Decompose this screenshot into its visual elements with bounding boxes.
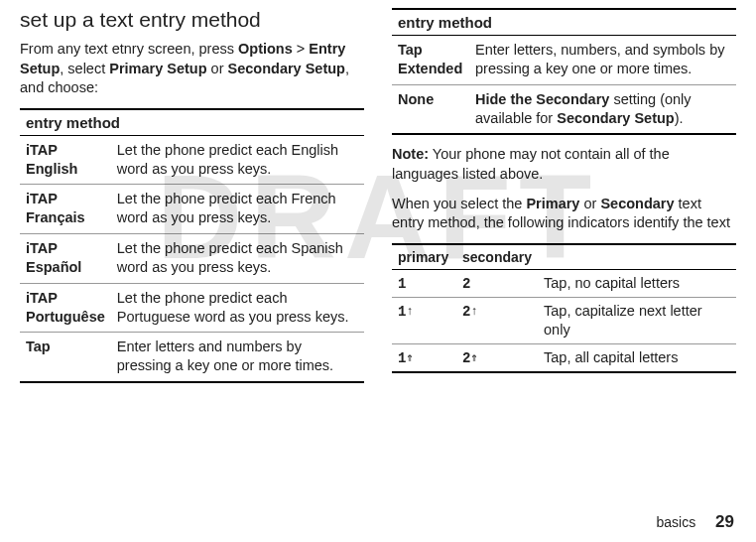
text: , select [60, 61, 109, 76]
primary-setup-label: Primary Setup [109, 61, 206, 76]
col-primary: primary [392, 244, 456, 270]
term: iTAP English [20, 135, 111, 185]
intro-paragraph: From any text etnry screen, press Option… [20, 40, 364, 98]
desc: Tap, no capital letters [538, 269, 736, 297]
entry-method-table-left: entry method iTAP English Let the phone … [20, 108, 364, 383]
desc: Hide the Secondary setting (only availab… [469, 84, 736, 134]
desc: Enter letters and numbers by pressing a … [111, 333, 364, 382]
term: Tap [20, 333, 111, 382]
hide-secondary-label: Hide the Secondary [475, 91, 609, 107]
desc: Let the phone predict each Portuguese wo… [111, 283, 364, 333]
table-row: 1↑ 2↑ Tap, capitalize next letter only [392, 297, 736, 343]
term: Tap Extended [392, 36, 469, 85]
secondary-label: Secondary [600, 196, 674, 211]
table-row: iTAP Español Let the phone predict each … [20, 234, 364, 284]
col-secondary: secondary [456, 244, 538, 270]
secondary-setup-label: Secondary Setup [228, 61, 345, 76]
double-arrow-up-icon: ⇑ [406, 351, 413, 367]
table-row: iTAP English Let the phone predict each … [20, 135, 364, 185]
note-paragraph: Note: Your phone may not contain all of … [392, 145, 736, 184]
primary-symbol: 1 [398, 304, 406, 320]
left-column: set up a text entry method From any text… [20, 8, 364, 389]
options-label: Options [238, 41, 293, 57]
table-row: iTAP Portuguêse Let the phone predict ea… [20, 283, 364, 333]
table-row: None Hide the Secondary setting (only av… [392, 84, 736, 134]
term: None [392, 84, 469, 134]
indicator-intro: When you select the Primary or Secondary… [392, 195, 736, 233]
footer-section-label: basics [657, 514, 696, 530]
table-header: entry method [20, 109, 364, 136]
table-row: iTAP Français Let the phone predict each… [20, 185, 364, 234]
right-column: entry method Tap Extended Enter letters,… [392, 8, 736, 389]
indicator-table: primary secondary 1 2 Tap, no capital le… [392, 243, 736, 373]
desc: Tap, capitalize next letter only [538, 297, 736, 343]
desc: Let the phone predict each English word … [111, 135, 364, 185]
secondary-symbol: 2 [462, 276, 470, 292]
table-row: Tap Enter letters and numbers by pressin… [20, 333, 364, 382]
arrow-up-icon: ↑ [406, 305, 413, 321]
desc: Enter letters, numbers, and symbols by p… [469, 36, 736, 85]
text: or [579, 196, 600, 211]
arrow-up-icon: ↑ [470, 305, 477, 321]
primary-symbol: 1 [398, 350, 406, 366]
table-row: Tap Extended Enter letters, numbers, and… [392, 36, 736, 85]
secondary-setup-label: Secondary Setup [557, 110, 674, 126]
desc: Tap, all capital letters [538, 343, 736, 372]
text: ). [675, 110, 684, 126]
table-row: 1⇑ 2⇑ Tap, all capital letters [392, 343, 736, 372]
double-arrow-up-icon: ⇑ [470, 351, 477, 367]
primary-label: Primary [526, 196, 579, 211]
entry-method-table-right: entry method Tap Extended Enter letters,… [392, 8, 736, 135]
text: > [293, 41, 310, 57]
section-title: set up a text entry method [20, 8, 364, 32]
table-header: entry method [392, 9, 736, 36]
text: From any text etnry screen, press [20, 41, 238, 57]
desc: Let the phone predict each Spanish word … [111, 234, 364, 284]
col-desc [538, 244, 736, 270]
secondary-symbol: 2 [462, 304, 470, 320]
text: When you select the [392, 196, 526, 211]
page-columns: set up a text entry method From any text… [0, 0, 756, 389]
page-number: 29 [715, 512, 734, 531]
page-footer: basics 29 [657, 512, 735, 532]
note-text: Your phone may not contain all of the la… [392, 146, 670, 182]
secondary-symbol: 2 [462, 350, 470, 366]
primary-symbol: 1 [398, 276, 406, 292]
term: iTAP Español [20, 234, 111, 284]
note-label: Note: [392, 146, 429, 162]
desc: Let the phone predict each French word a… [111, 185, 364, 234]
table-row: 1 2 Tap, no capital letters [392, 269, 736, 297]
text: or [207, 61, 228, 76]
term: iTAP Portuguêse [20, 283, 111, 333]
term: iTAP Français [20, 185, 111, 234]
